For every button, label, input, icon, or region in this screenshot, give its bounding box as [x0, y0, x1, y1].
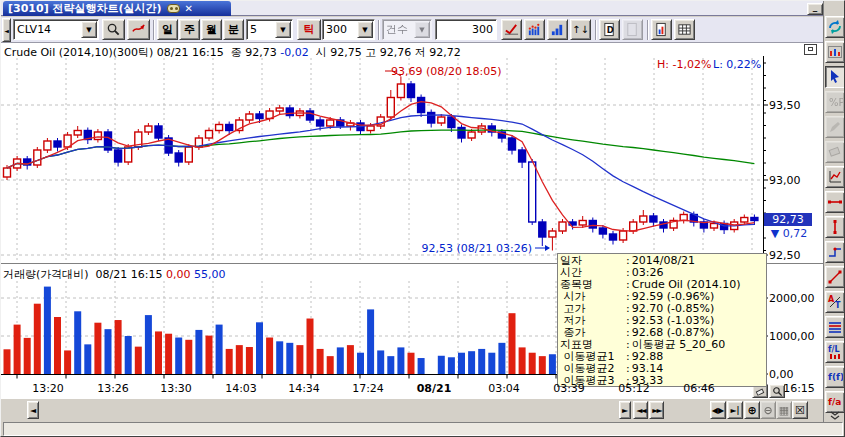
refresh-button[interactable]	[825, 16, 845, 38]
svg-text:%P: %P	[829, 97, 843, 108]
svg-text:f/a: f/a	[828, 397, 841, 407]
minute-value: 5	[247, 23, 274, 36]
symbol-combo[interactable]: CLV14 ▼	[13, 19, 99, 40]
formula-apply-button[interactable]: f/a	[825, 391, 845, 413]
bar-chart-icon	[550, 22, 565, 37]
chart-window: [3010] 전략실행차트(실시간) ✕ _ × ◄ CLV14 ▼	[0, 0, 845, 437]
eraser-icon	[755, 386, 766, 397]
vertical-line-button[interactable]	[825, 216, 845, 238]
jump-button[interactable]: ◀▶	[710, 401, 726, 419]
zoom-in-button[interactable]: ⊕	[744, 401, 760, 419]
chevron-down-icon: ▼	[414, 21, 430, 38]
period-week-button[interactable]: 주	[179, 19, 200, 40]
jump-icon: ◀▶	[712, 406, 724, 415]
status-bar	[3, 422, 843, 436]
x-axis-label: 13:30	[154, 382, 198, 395]
x-axis-label: 05:12	[612, 382, 656, 395]
line-style-button[interactable]	[501, 19, 522, 40]
horizontal-line-button[interactable]	[825, 191, 845, 213]
toolbar-separator	[647, 20, 649, 40]
step-line-button[interactable]	[825, 241, 845, 263]
percent-line-button: %P	[825, 91, 845, 113]
cursor-icon	[827, 69, 843, 85]
multi-hline-icon	[827, 319, 843, 335]
volume-title: 거래량(가격대비)	[3, 268, 89, 281]
multi-chart-button[interactable]	[825, 41, 845, 63]
cursor-button[interactable]	[825, 66, 845, 88]
chart-region: Crude Oil (2014,10)(300틱) 08/21 16:15 종 …	[1, 43, 823, 399]
tooltip-label: 고가	[560, 303, 626, 315]
navigator-row: ◄ ► ◄◄ ►► 94 ◀▶ ►| ⊕ ⊖ ▦ ☒	[1, 400, 823, 420]
tab-close-icon[interactable]: ✕	[185, 3, 193, 14]
period-month-button[interactable]: 월	[201, 19, 222, 40]
grid-toggle-button: ▦	[776, 401, 792, 419]
collapse-toolbar-button[interactable]: ◄	[2, 18, 11, 42]
chevrons-down-icon	[828, 411, 842, 421]
bar-chart-button[interactable]	[547, 19, 568, 40]
report-button[interactable]	[651, 19, 672, 40]
price-tick-label: 93,00	[769, 174, 801, 187]
period-minute-button[interactable]: 분	[223, 19, 244, 40]
grid-toggle-icon: ▦	[779, 404, 789, 417]
toolbar-separator	[378, 20, 380, 40]
multi-hline-button[interactable]	[825, 316, 845, 338]
scroll-left-button[interactable]: ◄	[27, 401, 39, 419]
count-label: 건수	[383, 22, 413, 37]
sort-updown-icon: ↑↓	[572, 24, 589, 35]
scroll-right-button[interactable]: ►	[619, 401, 631, 419]
minimize-button[interactable]: _	[807, 3, 823, 15]
first-page-button[interactable]: ◄◄	[633, 401, 648, 419]
fibonacci-icon: f/L	[827, 344, 843, 360]
indicator-chart-button[interactable]	[825, 166, 845, 188]
toolbar: ◄ CLV14 ▼ 일 주 월 분 5 ▼ 틱 300	[1, 17, 823, 43]
crosshair-tooltip: 일자:2014/08/21시간:03:26종목명:Crude Oil (2014…	[557, 253, 767, 387]
tooltip-label: 지표명	[560, 339, 626, 351]
vertical-line-icon	[827, 219, 843, 235]
last-page-button[interactable]: ►►	[649, 401, 664, 419]
new-chart-button[interactable]: D	[599, 19, 620, 40]
chevron-down-icon[interactable]: ▼	[357, 21, 373, 38]
fibonacci-button[interactable]: f/L	[825, 341, 845, 363]
chevron-down-icon[interactable]: ▼	[81, 21, 97, 38]
period-day-button[interactable]: 일	[157, 19, 178, 40]
tooltip-label: 이동평균2	[560, 363, 626, 375]
sidebar-more-button[interactable]	[828, 411, 842, 421]
count-input[interactable]: 300	[435, 19, 497, 40]
text-tool-button[interactable]: AT	[825, 291, 845, 313]
tick-count-combo[interactable]: 300 ▼	[322, 19, 375, 40]
high-annotation: 93,69 (08/20 18:05)	[391, 65, 501, 78]
window-tab[interactable]: [3010] 전략실행차트(실시간) ✕	[3, 1, 231, 16]
sort-button[interactable]: ↑↓	[570, 19, 591, 40]
price-plot[interactable]: 93,69 (08/20 18:05)92,53 (08/21 03:26)	[1, 56, 763, 263]
chevron-down-icon[interactable]: ▼	[275, 21, 291, 38]
volume-datetime: 08/21 16:15	[96, 268, 163, 281]
grid-icon	[677, 22, 692, 37]
tick-mode-button[interactable]: 틱	[297, 19, 321, 40]
x-axis-label: 17:24	[346, 382, 390, 395]
diagonal-line-button[interactable]	[825, 266, 845, 288]
formula-apply-icon: f/a	[827, 394, 843, 410]
go-end-button[interactable]: ►|	[727, 401, 743, 419]
close-pane-button[interactable]: ☒	[792, 401, 808, 419]
period-week-label: 주	[184, 22, 195, 37]
x-axis-label: 03:39	[547, 382, 591, 395]
symbol-search-button[interactable]	[102, 19, 125, 40]
tooltip-label: 시가	[560, 291, 626, 303]
minute-combo[interactable]: 5 ▼	[246, 19, 293, 40]
grid-view-button[interactable]	[674, 19, 695, 40]
check-line-icon	[504, 22, 519, 37]
text-tool-icon: AT	[827, 294, 843, 310]
erase-all-button	[825, 141, 845, 163]
x-axis-label: 14:03	[219, 382, 263, 395]
tick-chart-icon	[527, 22, 542, 37]
tick-chart-button[interactable]	[524, 19, 545, 40]
diagonal-line-icon	[827, 269, 843, 285]
order-pointer-button[interactable]	[127, 19, 150, 40]
tooltip-label: 저가	[560, 315, 626, 327]
multi-chart-icon	[827, 44, 843, 60]
formula-button[interactable]: f(f)	[825, 366, 845, 388]
zoom-out-icon: ⊖	[763, 404, 772, 417]
tooltip-label: 시간	[560, 267, 626, 279]
first-page-icon: ◄◄	[636, 406, 644, 415]
document-chart-icon	[654, 22, 669, 37]
